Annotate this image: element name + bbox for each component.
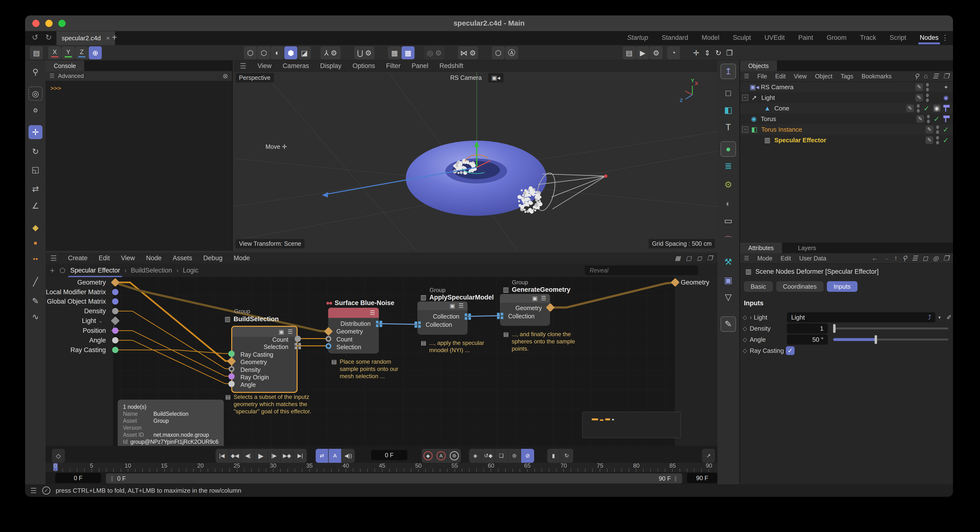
group-input-global-object-matrix[interactable]: Global Object Matrix (46, 296, 106, 306)
camera-eye-tag-icon[interactable]: ◉ (933, 105, 940, 112)
ne-single-icon[interactable]: ▢ (686, 255, 692, 262)
sphere-generator-icon[interactable]: ● (721, 141, 736, 157)
objects-menu-view[interactable]: View (794, 73, 807, 80)
document-tab[interactable]: specular2.c4d × (56, 31, 115, 45)
current-frame-field[interactable]: 0 F (371, 450, 407, 460)
text-tool-icon[interactable]: T (721, 119, 736, 135)
visibility-dots-icon[interactable] (936, 126, 939, 134)
ne-lock-icon[interactable]: ◻ (697, 255, 702, 262)
enabled-check-icon[interactable]: ✓ (933, 115, 940, 123)
render-target-tag-icon[interactable]: ⌖ (942, 83, 950, 91)
folder-icon[interactable]: ▣ (532, 295, 538, 302)
port-count-in[interactable] (326, 336, 331, 342)
ne-menu-mode[interactable]: Mode (234, 255, 250, 262)
edit-toggle-icon[interactable]: ✎ (906, 104, 914, 112)
viewport-menu-panel[interactable]: Panel (412, 62, 428, 70)
rotate-view-icon[interactable]: ↻ (713, 46, 724, 59)
attributes-menu-mode[interactable]: Mode (757, 255, 773, 262)
auto-workplane-icon[interactable]: Ⓐ (505, 46, 518, 59)
objects-filter-icon[interactable]: ☰ (933, 72, 939, 80)
camera-asset-icon[interactable]: ▣ (721, 272, 736, 288)
group-input-density[interactable]: Density (46, 306, 106, 316)
range-bar[interactable]: ∥ 0 F 90 F ∥ (106, 473, 682, 484)
next-frame-icon[interactable]: |▶ (268, 449, 281, 463)
visibility-dots-icon[interactable] (936, 136, 939, 145)
port-diamond-icon[interactable]: ◇ (740, 314, 750, 321)
density-slider[interactable] (833, 328, 948, 330)
dropdown-chevron-icon[interactable]: ▾ (938, 314, 941, 320)
z-axis-lock-button[interactable]: Z (75, 46, 88, 59)
polygons-mode-icon[interactable]: ◐ (271, 46, 284, 59)
workplane-icon[interactable]: ⬡ (492, 46, 505, 59)
eyedropper-icon[interactable]: ✐ (947, 314, 952, 321)
next-key-icon[interactable]: ▶◆ (281, 449, 294, 463)
objects-menu-tags[interactable]: Tags (841, 73, 853, 80)
objects-menu-object[interactable]: Object (815, 73, 832, 80)
group-input-angle[interactable]: Angle (46, 336, 106, 345)
expand-icon[interactable]: › (750, 314, 752, 321)
mouse-icon[interactable]: ▮ (547, 449, 560, 463)
history-back-icon[interactable]: ← (872, 255, 878, 262)
workspace-sculpt[interactable]: Sculpt (733, 34, 751, 43)
prev-key-icon[interactable]: ◆◀ (229, 449, 242, 463)
rotate-key-icon[interactable]: ↻ (560, 449, 573, 463)
prev-frame-icon[interactable]: ◀| (242, 449, 255, 463)
objects-menu-file[interactable]: File (757, 73, 767, 80)
group-input-geometry[interactable]: Geometry (46, 277, 106, 287)
angle-value-field[interactable]: 50 ° (787, 334, 828, 345)
port-value[interactable] (112, 308, 118, 314)
ne-menu-edit[interactable]: Edit (99, 255, 110, 262)
object-name[interactable]: Torus (761, 115, 776, 123)
attr-target-icon[interactable]: ◎ (933, 255, 939, 262)
viewport-menu-options[interactable]: Options (353, 62, 375, 70)
tool-hammer-icon[interactable]: ⚒ (721, 254, 736, 270)
port-density-in[interactable] (229, 366, 234, 372)
port-bool[interactable] (112, 347, 118, 353)
goto-start-icon[interactable]: |◀ (216, 449, 229, 463)
edit-toggle-icon[interactable]: ✎ (915, 83, 923, 91)
edit-toggle-icon[interactable]: ✎ (916, 115, 924, 123)
range-grip-left[interactable]: ∥ (111, 475, 114, 482)
record-settings-icon[interactable]: ⚙ (448, 449, 461, 463)
viewport-menu-display[interactable]: Display (320, 62, 342, 70)
grid-icon[interactable]: ▦ (388, 46, 401, 59)
light-tag-icon[interactable]: ◉ (942, 94, 950, 101)
visibility-dots-icon[interactable] (926, 83, 929, 91)
viewport-panel[interactable]: ☰ View Cameras Display Options Filter Pa… (234, 61, 718, 251)
tree-row-cone[interactable]: ▲ Cone ✎ ✓ ◉ (740, 103, 953, 113)
tree-row-torus-instance[interactable]: − ◧ Torus Instance ✎ ✓ (740, 124, 953, 135)
port-collection-in[interactable] (415, 322, 421, 328)
dark-sphere-icon[interactable]: ◐ (721, 196, 736, 211)
console-close-icon[interactable]: ⊗ (223, 72, 228, 80)
redshift-icon[interactable]: ◔ (667, 46, 680, 59)
visibility-dots-icon[interactable] (927, 115, 930, 123)
render-settings-icon[interactable]: ⚙ (650, 46, 663, 59)
tree-row-rs-camera[interactable]: ▣◂ RS Camera ✎ ⌖ (740, 82, 953, 92)
visibility-dots-icon[interactable] (917, 104, 920, 113)
object-name[interactable]: Cone (774, 105, 789, 112)
objects-menu-bookmarks[interactable]: Bookmarks (862, 73, 892, 80)
move-tool-icon[interactable]: ✛ (29, 125, 43, 139)
swap-axes-icon[interactable]: ⇄ (29, 182, 43, 196)
group-input-position[interactable]: Position (46, 326, 106, 336)
workspace-script[interactable]: Script (889, 34, 906, 43)
node-title-surface-blue-noise[interactable]: ●● Surface Blue-Noise (326, 299, 394, 307)
navigation-arrow-icon[interactable]: ↥ (721, 64, 736, 79)
object-name[interactable]: Light (761, 94, 775, 102)
tree-row-torus[interactable]: ◉ Torus ✎ ✓ (740, 113, 953, 124)
tree-row-specular-effector[interactable]: ▥ Specular Effector ✎ ✓ (740, 135, 953, 145)
phong-tag-icon[interactable] (943, 116, 950, 122)
workspace-paint[interactable]: Paint (798, 34, 813, 43)
material-dots-icon[interactable]: ●● (29, 252, 43, 266)
tree-row-light[interactable]: − ➚ Light ✎ ◉ (740, 92, 953, 103)
pin-icon[interactable]: ◆ (29, 220, 43, 234)
render-view-icon[interactable]: ▤ (623, 46, 636, 59)
history-forward-icon[interactable]: → (883, 255, 889, 262)
port-selection-in[interactable] (326, 343, 331, 349)
minimize-window-button[interactable] (45, 20, 52, 27)
edit-toggle-icon[interactable]: ✎ (915, 94, 923, 102)
objects-home-icon[interactable]: ⌂ (924, 72, 928, 80)
port-distribution-out[interactable] (376, 321, 382, 327)
port-diamond-icon[interactable]: ◇ (740, 336, 750, 343)
light-object-field[interactable]: Light ⤴ (787, 312, 935, 322)
